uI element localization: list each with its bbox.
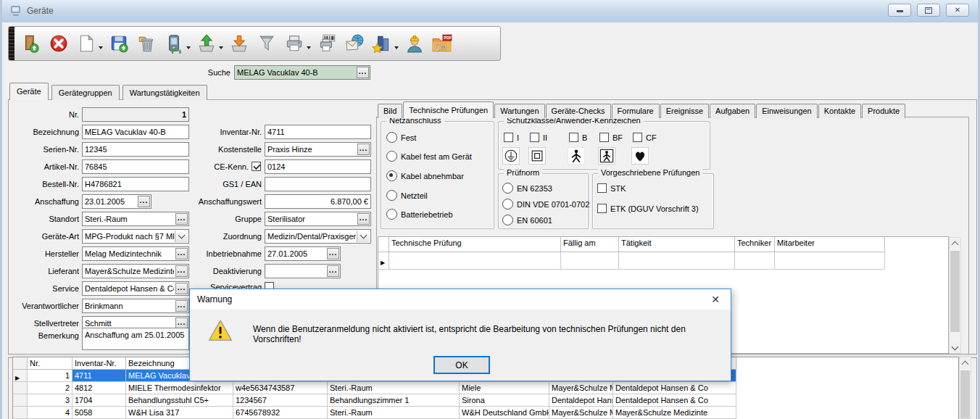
radio-kabel-abnehmbar[interactable]: Kabel abnehmbar (386, 170, 464, 181)
dialog-close-icon[interactable]: ✕ (706, 291, 725, 308)
verantwortlicher-lookup-button[interactable]: ... (175, 300, 188, 312)
export-button[interactable] (193, 29, 220, 58)
artikel-nr-input[interactable]: 76845 (82, 159, 189, 174)
tab-produkte[interactable]: Produkte (862, 104, 905, 118)
hersteller-lookup-button[interactable]: ... (175, 248, 188, 260)
radio-batteriebetrieb[interactable]: Batteriebetrieb (386, 209, 453, 220)
kostenstelle-input[interactable]: Praxis Hinze ... (265, 142, 371, 157)
anschaffung-date-button[interactable]: ... (138, 196, 150, 207)
grid-empty-cell[interactable] (389, 252, 561, 270)
tab-formulare[interactable]: Formulare (612, 104, 660, 118)
anschaffungswert-input[interactable]: 6.870,00 € (265, 194, 371, 209)
hersteller-input[interactable]: Melag Medizintechnik ... (82, 246, 189, 261)
verantwortlicher-input[interactable]: Brinkmann ... (82, 299, 189, 313)
checkbox-klasse-i[interactable]: I (504, 133, 519, 142)
table-cell[interactable]: w4e5634743587 (233, 382, 328, 394)
inventar-nr-input[interactable]: 4711 (265, 125, 371, 139)
kostenstelle-lookup-button[interactable]: ... (357, 144, 370, 155)
device-list-scrollbar[interactable] (959, 357, 971, 419)
col-taetigkeit[interactable]: Tätigkeit (619, 237, 735, 252)
table-cell[interactable]: 4 (28, 407, 72, 419)
technician-button[interactable] (401, 29, 428, 58)
import-button[interactable] (225, 29, 253, 58)
cancel-button[interactable] (45, 29, 72, 58)
send-email-button[interactable] (341, 29, 368, 58)
maximize-button[interactable] (917, 4, 940, 17)
chevron-down-icon[interactable] (175, 231, 188, 242)
table-cell[interactable]: Mayer&Schulze Medizinte (549, 407, 613, 419)
grid-empty-cell[interactable] (619, 252, 735, 270)
print-dropdown[interactable] (307, 46, 311, 51)
col-techniker[interactable]: Techniker (735, 237, 775, 252)
search-input[interactable]: MELAG Vacuklav 40-B ... (234, 65, 370, 80)
tab-technische-pruefungen[interactable]: Technische Prüfungen (403, 101, 494, 118)
checkbox-typ-bf[interactable]: BF (599, 133, 623, 142)
inbetriebnahme-date-button[interactable]: ... (327, 248, 339, 260)
geraete-art-select[interactable]: MPG-Produkt nach §7 MF (82, 229, 189, 244)
table-cell[interactable]: Sirona (460, 394, 549, 407)
new-document-button[interactable] (72, 29, 100, 58)
filter-button[interactable] (253, 29, 281, 58)
delete-button[interactable] (133, 29, 160, 58)
checkbox-klasse-ii[interactable]: II (530, 133, 547, 142)
table-cell[interactable]: Miele (460, 382, 549, 394)
radio-netzteil[interactable]: Netzteil (386, 190, 428, 201)
scroll-up-icon[interactable] (960, 357, 971, 369)
toolbar-grip[interactable] (9, 27, 14, 60)
mobile-device-sync-button[interactable] (160, 29, 188, 58)
scrollbar-thumb[interactable] (960, 370, 970, 418)
tab-geraete-checks[interactable]: Geräte-Checks (546, 104, 611, 118)
col-nr[interactable]: Nr. (28, 357, 72, 370)
gs1-ean-input[interactable] (265, 177, 371, 191)
radio-en-62353[interactable]: EN 62353 (502, 183, 552, 194)
dialog-title-bar[interactable]: Warnung ✕ (190, 289, 731, 310)
checkbox-typ-cf[interactable]: CF (633, 133, 657, 142)
table-cell[interactable]: 3 (28, 394, 72, 407)
save-button[interactable] (105, 29, 133, 58)
service-lookup-button[interactable]: ... (175, 283, 188, 294)
table-cell[interactable]: MIELE Thermodesinfektor (126, 382, 233, 394)
pruefungen-scrollbar[interactable] (949, 237, 961, 354)
tab-bild[interactable]: Bild (378, 104, 402, 118)
lieferant-lookup-button[interactable]: ... (175, 265, 188, 277)
tab-geraete[interactable]: Geräte (9, 83, 49, 100)
ok-button[interactable]: OK (433, 356, 490, 374)
table-cell[interactable]: Behandlungsstuhl C5+ (126, 394, 233, 407)
statistics-dropdown[interactable] (394, 46, 399, 51)
bemerkung-textarea[interactable]: Anschaffung am 25.01.2005 (82, 328, 189, 350)
lieferant-input[interactable]: Mayer&Schulze Medizintec ... (82, 264, 189, 278)
standort-lookup-button[interactable]: ... (175, 213, 188, 225)
serien-nr-input[interactable]: 12345 (82, 142, 189, 157)
table-cell[interactable]: Mayer&Schulze Medizinte (549, 382, 613, 394)
col-mitarbeiter[interactable]: Mitarbeiter (775, 237, 885, 252)
tab-geraetegruppen[interactable]: Gerätegruppen (51, 85, 120, 100)
tab-einweisungen[interactable]: Einweisungen (756, 104, 818, 118)
table-cell[interactable]: 6745678932 (233, 407, 328, 419)
table-cell[interactable]: Behandlungszimmer 1 (328, 394, 460, 407)
col-inventar-nr[interactable]: Inventar-Nr. (72, 357, 126, 370)
tab-wartungstaetigkeiten[interactable]: Wartungstätigkeiten (122, 85, 207, 100)
tab-aufgaben[interactable]: Aufgaben (710, 104, 755, 118)
statistics-button[interactable] (368, 29, 396, 58)
table-cell[interactable]: Dentaldepot Hansen & Co (613, 394, 736, 407)
table-cell[interactable]: 2 (28, 382, 72, 394)
radio-din-vde-0701-0702[interactable]: DIN VDE 0701-0702 (502, 199, 589, 210)
scroll-up-icon[interactable] (950, 238, 960, 249)
service-input[interactable]: Dentaldepot Hansen & Co. ... (82, 281, 189, 296)
scrollbar-thumb[interactable] (950, 251, 960, 332)
table-cell[interactable]: 5058 (72, 407, 126, 419)
radio-fest[interactable]: Fest (386, 132, 416, 143)
anschaffung-input[interactable]: 23.01.2005 ... (82, 194, 151, 209)
table-cell[interactable]: Mayer&Schulze Medizinte (613, 407, 736, 419)
radio-kabel-fest[interactable]: Kabel fest am Gerät (386, 151, 472, 162)
tab-ereignisse[interactable]: Ereignisse (660, 104, 709, 118)
table-cell[interactable]: Steri.-Raum (328, 407, 460, 419)
exit-button[interactable] (17, 29, 45, 58)
standort-input[interactable]: Steri.-Raum ... (82, 212, 189, 226)
minimize-button[interactable] (888, 4, 911, 17)
table-cell[interactable]: 1704 (72, 394, 126, 407)
inbetriebnahme-input[interactable]: 27.01.2005 ... (265, 246, 341, 261)
ce-kenn-input[interactable]: 0124 (265, 159, 371, 174)
table-cell[interactable]: 4711 (72, 370, 126, 382)
qm-pdf-button[interactable]: PDF QM (428, 29, 456, 58)
